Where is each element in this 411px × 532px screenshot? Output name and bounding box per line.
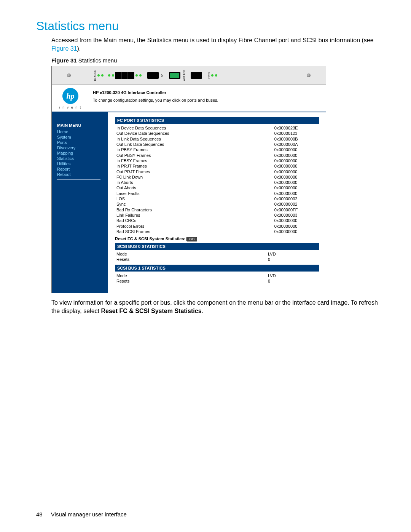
stat-value: 0x0000000B <box>273 136 319 142</box>
scsi-bus-cluster[interactable] <box>108 72 142 79</box>
invent-label: i n v e n t <box>52 105 89 109</box>
sidebar: MAIN MENU HomeSystemPortsDiscoveryMappin… <box>52 112 108 293</box>
power-cluster[interactable]: PWR <box>207 72 218 78</box>
stat-value: 0 <box>266 278 319 284</box>
table-row: In Link Data Sequences0x0000000B <box>115 136 319 142</box>
stat-value: 0x00000002 <box>273 201 319 207</box>
stat-value: 0x00000002 <box>273 196 319 201</box>
device-front-panel: BEACON FC ACT LNK PWR <box>52 66 326 85</box>
reset-row: Reset FC & SCSI System Statistics: GO <box>115 236 319 241</box>
table-row: Out PRJT Frames0x00000000 <box>115 169 319 174</box>
app-header: hp i n v e n t HP e1200-320 4G Interface… <box>52 85 326 112</box>
table-row: Resets0 <box>115 278 319 284</box>
sidebar-item-report[interactable]: Report <box>57 166 108 172</box>
intro-paragraph: Accessed from the Main menu, the Statist… <box>51 36 384 53</box>
table-row: Bad CRCs0x00000000 <box>115 218 319 223</box>
table-row: Protocol Errors0x00000000 <box>115 224 319 229</box>
outro-text-1: To view information for a specific port … <box>51 299 378 314</box>
table-row: Bad Rx Characters0x000000FF <box>115 207 319 212</box>
outro-bold: Reset FC & SCSI System Statistics <box>101 308 201 314</box>
sidebar-title: MAIN MENU <box>57 123 108 128</box>
stat-table: ModeLVDResets0 <box>115 251 319 262</box>
stat-label: Mode <box>115 251 164 257</box>
section-header: SCSI BUS 0 STATISTICS <box>115 243 319 250</box>
section-title: Statistics menu <box>36 19 384 33</box>
table-row: Laser Faults0x00000000 <box>115 191 319 196</box>
stat-value: 0x00000000 <box>273 180 319 185</box>
section-header: SCSI BUS 1 STATISTICS <box>115 265 319 272</box>
stat-table: ModeLVDResets0 <box>115 273 319 284</box>
stat-value: 0x00000000 <box>273 174 319 180</box>
stat-value: LVD <box>266 273 319 278</box>
product-name: HP e1200-320 4G Interface Controller <box>93 90 326 95</box>
hp-logo: hp <box>62 88 78 104</box>
table-row: Out Link Data Sequences0x0000000A <box>115 142 319 147</box>
stat-label: LOS <box>115 196 171 201</box>
stat-value: 0x00000000 <box>273 147 319 152</box>
stat-label: Out PRJT Frames <box>115 169 171 174</box>
outro-paragraph: To view information for a specific port … <box>51 299 384 315</box>
sidebar-item-system[interactable]: System <box>57 134 108 140</box>
figure-label: Figure 31 <box>51 57 77 64</box>
intro-text-2: ). <box>77 45 81 52</box>
table-row: In PBSY Frames0x00000000 <box>115 147 319 152</box>
stat-label: Bad Rx Characters <box>115 207 171 212</box>
stat-value: 0x00000000 <box>273 185 319 190</box>
table-row: In PRJT Frames0x00000000 <box>115 163 319 169</box>
table-row: In FBSY Frames0x00000000 <box>115 158 319 163</box>
outro-text-2: . <box>202 308 203 314</box>
stat-label: Resets <box>115 278 164 284</box>
stat-label: Sync <box>115 201 171 207</box>
stat-value: 0x00000000 <box>273 163 319 169</box>
page-footer: 48 Visual manager user interface <box>36 511 127 518</box>
fc-port-cluster[interactable]: FC <box>146 72 164 79</box>
stat-label: FC Link Down <box>115 174 171 180</box>
sidebar-item-mapping[interactable]: Mapping <box>57 150 108 156</box>
sidebar-item-home[interactable]: Home <box>57 129 108 134</box>
stat-label: Protocol Errors <box>115 224 171 229</box>
table-row: Out PBSY Frames0x00000000 <box>115 153 319 158</box>
table-row: Out Aborts0x00000000 <box>115 185 319 190</box>
stat-value: 0x00000123 <box>273 131 319 136</box>
stat-label: Mode <box>115 273 164 278</box>
stat-label: Laser Faults <box>115 191 171 196</box>
figure-link[interactable]: Figure 31 <box>51 45 77 52</box>
stat-value: 0x0000000A <box>273 142 319 147</box>
sidebar-item-discovery[interactable]: Discovery <box>57 145 108 150</box>
table-row: Bad SCSI Frames0x00000000 <box>115 229 319 234</box>
stat-label: Out PBSY Frames <box>115 153 171 158</box>
stat-label: In PRJT Frames <box>115 163 171 169</box>
sidebar-item-ports[interactable]: Ports <box>57 140 108 145</box>
footer-text: Visual manager user interface <box>51 511 127 518</box>
table-row: Link Failures0x00000003 <box>115 212 319 218</box>
stat-label: In Aborts <box>115 180 171 185</box>
stat-value: 0x00000000 <box>273 169 319 174</box>
stat-label: In Device Data Sequences <box>115 125 171 131</box>
table-row: Out Device Data Sequences0x00000123 <box>115 131 319 136</box>
stat-value: LVD <box>266 251 319 257</box>
stat-label: Resets <box>115 257 164 262</box>
table-row: LOS0x00000002 <box>115 196 319 201</box>
table-row: ModeLVD <box>115 251 319 257</box>
table-row: ModeLVD <box>115 273 319 278</box>
sidebar-item-reboot[interactable]: Reboot <box>57 172 108 177</box>
table-row: In Device Data Sequences0x0000023E <box>115 125 319 131</box>
table-row: Resets0 <box>115 257 319 262</box>
stat-table: In Device Data Sequences0x0000023EOut De… <box>115 125 319 234</box>
sidebar-item-statistics[interactable]: Statistics <box>57 156 108 161</box>
stat-value: 0x00000000 <box>273 191 319 196</box>
serial-cluster[interactable] <box>189 72 204 79</box>
go-button[interactable]: GO <box>186 237 197 241</box>
stat-value: 0x00000000 <box>273 229 319 234</box>
reset-label: Reset FC & SCSI System Statistics: <box>115 236 186 241</box>
beacon-cluster[interactable]: BEACON <box>94 70 104 81</box>
main-panel: FC PORT 0 STATISTICSIn Device Data Seque… <box>108 112 326 293</box>
table-row: In Aborts0x00000000 <box>115 180 319 185</box>
ethernet-cluster[interactable]: ACT LNK <box>167 70 185 81</box>
stat-value: 0x00000000 <box>273 158 319 163</box>
stat-label: Bad CRCs <box>115 218 171 223</box>
figure-caption: Figure 31 Statistics menu <box>51 57 384 64</box>
stat-label: Out Device Data Sequences <box>115 131 171 136</box>
stat-value: 0x00000003 <box>273 212 319 218</box>
sidebar-item-utilities[interactable]: Utilities <box>57 161 108 166</box>
